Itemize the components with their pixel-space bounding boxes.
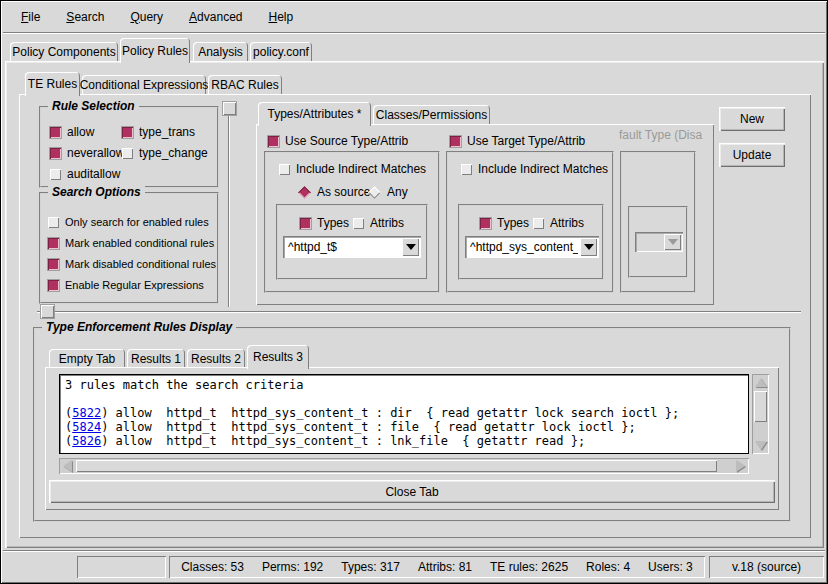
menu-query[interactable]: Query (130, 10, 163, 24)
checkbox-indicator (122, 148, 133, 159)
checkbox-source-types[interactable]: Types (300, 216, 349, 230)
tab-label: Analysis (198, 45, 243, 59)
checkbox-label: type_trans (139, 125, 195, 139)
menu-search[interactable]: Search (66, 10, 104, 24)
results-tab-empty-tab[interactable]: Empty Tab (49, 349, 125, 369)
checkbox-mark-enabled-conditional[interactable]: Mark enabled conditional rules (48, 237, 214, 249)
checkbox-source-attribs[interactable]: Attribs (353, 216, 404, 230)
source-type-frame: Include Indirect Matches As source Any T… (264, 151, 440, 293)
rule-link-5824[interactable]: 5824 (72, 420, 101, 434)
checkbox-label: Types (497, 216, 529, 230)
tab-types-attributes[interactable]: Types/Attributes * (258, 102, 371, 126)
checkbox-indicator (461, 164, 472, 175)
combobox-value: ^httpd_sys_content_t$ (465, 240, 578, 254)
scroll-left-button[interactable] (60, 458, 75, 473)
tab-classes-permissions[interactable]: Classes/Permissions (373, 105, 490, 124)
radio-label: Any (387, 185, 408, 199)
menu-file[interactable]: File (21, 10, 40, 24)
checkbox-indicator (50, 148, 61, 159)
checkbox-indicator (353, 218, 364, 229)
tab-policy-conf[interactable]: policy.conf (250, 42, 312, 62)
checkbox-mark-disabled-conditional[interactable]: Mark disabled conditional rules (48, 258, 216, 270)
vertical-sash[interactable] (228, 104, 230, 307)
radio-indicator (368, 186, 381, 199)
checkbox-target-types[interactable]: Types (480, 216, 529, 230)
checkbox-target-attribs[interactable]: Attribs (533, 216, 584, 230)
horizontal-sash-handle[interactable] (41, 305, 54, 318)
checkbox-use-source-type[interactable]: Use Source Type/Attrib (268, 134, 408, 148)
close-tab-button[interactable]: Close Tab (49, 480, 775, 503)
checkbox-indicator (533, 218, 544, 229)
menu-separator (3, 32, 825, 34)
group-title: Type Enforcement Rules Display (42, 320, 236, 334)
results-summary: 3 rules match the search criteria (65, 378, 303, 392)
menu-help[interactable]: Help (268, 10, 293, 24)
chevron-down-icon (584, 244, 594, 250)
source-type-combobox[interactable]: ^httpd_t$ (283, 236, 421, 258)
update-button[interactable]: Update (719, 143, 785, 167)
horizontal-sash[interactable] (37, 311, 801, 313)
chevron-down-icon (406, 244, 416, 250)
scroll-up-button[interactable] (753, 375, 768, 390)
results-horizontal-scrollbar[interactable] (59, 458, 749, 474)
rule-link-5826[interactable]: 5826 (72, 434, 101, 448)
tab-te-rules[interactable]: TE Rules (25, 72, 80, 96)
checkbox-source-indirect[interactable]: Include Indirect Matches (279, 162, 426, 176)
default-type-inner-frame (628, 206, 688, 278)
checkbox-use-target-type[interactable]: Use Target Type/Attrib (450, 134, 585, 148)
results-tab-results-2[interactable]: Results 2 (187, 349, 245, 369)
target-type-combobox[interactable]: ^httpd_sys_content_t$ (465, 236, 599, 258)
checkbox-indicator (450, 136, 461, 147)
tab-policy-components[interactable]: Policy Components (10, 42, 118, 62)
checkbox-auditallow[interactable]: auditallow (50, 167, 120, 181)
checkbox-indicator (300, 218, 311, 229)
scrollbar-thumb[interactable] (754, 391, 767, 422)
checkbox-label: Use Source Type/Attrib (285, 134, 408, 148)
checkbox-enable-regex[interactable]: Enable Regular Expressions (48, 279, 204, 291)
stat-users: Users: 3 (648, 560, 693, 574)
combobox-dropdown-button[interactable] (580, 238, 597, 256)
app-window: File Search Query Advanced Help Policy C… (0, 0, 828, 584)
checkbox-allow[interactable]: allow (50, 125, 94, 139)
rule-selection-group: Rule Selection allow type_trans neverall… (39, 106, 219, 188)
combobox-dropdown-button (664, 234, 681, 250)
checkbox-target-indirect[interactable]: Include Indirect Matches (461, 162, 608, 176)
checkbox-label: Include Indirect Matches (296, 162, 426, 176)
tab-label: Classes/Permissions (376, 108, 487, 122)
checkbox-neverallow[interactable]: neverallow (50, 146, 124, 160)
results-text-area[interactable]: 3 rules match the search criteria (5822)… (59, 374, 749, 454)
tab-analysis[interactable]: Analysis (193, 42, 248, 62)
combobox-dropdown-button[interactable] (402, 238, 419, 256)
types-attributes-pane: Use Source Type/Attrib Include Indirect … (256, 124, 714, 305)
checkbox-label: Mark disabled conditional rules (65, 258, 216, 270)
tab-label: TE Rules (28, 77, 77, 91)
scrollbar-thumb[interactable] (76, 460, 717, 472)
group-title: Rule Selection (48, 99, 139, 113)
rule-link-5822[interactable]: 5822 (72, 406, 101, 420)
radio-any[interactable]: Any (368, 185, 408, 199)
tab-policy-rules[interactable]: Policy Rules (120, 38, 190, 63)
tab-conditional-expressions[interactable]: Conditional Expressions (82, 75, 206, 94)
menu-bar: File Search Query Advanced Help (3, 3, 825, 31)
vertical-sash-handle[interactable] (223, 102, 236, 115)
checkbox-indicator (279, 164, 290, 175)
checkbox-only-enabled-rules[interactable]: Only search for enabled rules (48, 216, 209, 228)
rule-text: ) allow httpd_t httpd_sys_content_t : ln… (101, 434, 585, 448)
radio-as-source[interactable]: As source (298, 185, 370, 199)
checkbox-indicator (48, 259, 59, 270)
scroll-down-button[interactable] (753, 438, 768, 453)
checkbox-label: Attribs (550, 216, 584, 230)
status-separator (3, 550, 825, 552)
checkbox-type-change[interactable]: type_change (122, 146, 208, 160)
checkbox-type-trans[interactable]: type_trans (122, 125, 195, 139)
results-tab-results-1[interactable]: Results 1 (127, 349, 185, 369)
scroll-right-button[interactable] (733, 458, 748, 473)
menu-advanced[interactable]: Advanced (189, 10, 242, 24)
new-button[interactable]: New (719, 107, 785, 131)
results-vertical-scrollbar[interactable] (752, 374, 769, 454)
arrow-down-icon (755, 441, 767, 450)
results-tab-results-3[interactable]: Results 3 (247, 345, 309, 369)
checkbox-label: Mark enabled conditional rules (65, 237, 214, 249)
tab-rbac-rules[interactable]: RBAC Rules (208, 75, 282, 94)
stat-attribs: Attribs: 81 (418, 560, 472, 574)
